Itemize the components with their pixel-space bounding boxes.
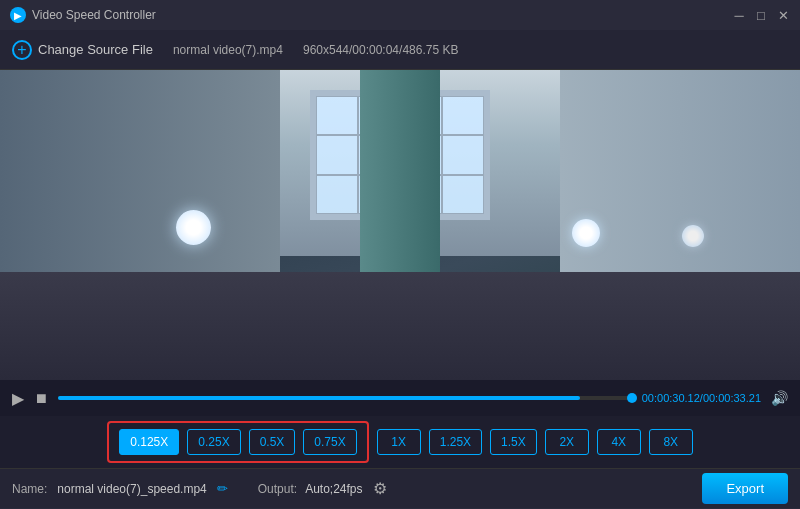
file-name: normal video(7).mp4	[173, 43, 283, 57]
add-icon: +	[12, 40, 32, 60]
file-info: 960x544/00:00:04/486.75 KB	[303, 43, 458, 57]
change-source-button[interactable]: + Change Source File	[12, 40, 153, 60]
edit-name-icon[interactable]: ✏	[217, 481, 228, 496]
progress-bar[interactable]	[58, 396, 632, 400]
output-value: Auto;24fps	[305, 482, 362, 496]
change-source-label: Change Source File	[38, 42, 153, 57]
speed-button-0125x[interactable]: 0.125X	[119, 429, 179, 455]
close-button[interactable]: ✕	[776, 8, 790, 22]
right-wall	[560, 70, 800, 303]
volume-icon[interactable]: 🔊	[771, 390, 788, 406]
speed-controls-area: 0.125X 0.25X 0.5X 0.75X 1X 1.25X 1.5X 2X…	[0, 416, 800, 468]
video-preview-area	[0, 70, 800, 380]
speed-button-05x[interactable]: 0.5X	[249, 429, 296, 455]
video-frame	[0, 70, 800, 380]
speed-button-4x[interactable]: 4X	[597, 429, 641, 455]
app-title: Video Speed Controller	[32, 8, 156, 22]
settings-icon[interactable]: ⚙	[371, 480, 389, 498]
output-label: Output:	[258, 482, 297, 496]
speed-button-025x[interactable]: 0.25X	[187, 429, 240, 455]
output-section: Output: Auto;24fps ⚙	[258, 480, 389, 498]
ceiling-light-2	[572, 219, 600, 247]
file-output-name: normal video(7)_speed.mp4	[57, 482, 206, 496]
floor-area	[0, 272, 800, 381]
speed-button-15x[interactable]: 1.5X	[490, 429, 537, 455]
maximize-button[interactable]: □	[754, 8, 768, 22]
speed-button-075x[interactable]: 0.75X	[303, 429, 356, 455]
ceiling-light-3	[682, 225, 704, 247]
stop-button[interactable]: ⏹	[34, 390, 48, 406]
minimize-button[interactable]: ─	[732, 8, 746, 22]
speed-controls-inner: 0.125X 0.25X 0.5X 0.75X	[107, 421, 368, 463]
progress-thumb	[627, 393, 637, 403]
left-wall	[0, 70, 280, 303]
toolbar: + Change Source File normal video(7).mp4…	[0, 30, 800, 70]
progress-fill	[58, 396, 580, 400]
time-display: 00:00:30.12/00:00:33.21	[642, 392, 761, 404]
export-button[interactable]: Export	[702, 473, 788, 504]
bottom-bar: Name: normal video(7)_speed.mp4 ✏ Output…	[0, 468, 800, 508]
window-controls: ─ □ ✕	[732, 8, 790, 22]
play-button[interactable]: ▶	[12, 389, 24, 408]
speed-button-2x[interactable]: 2X	[545, 429, 589, 455]
speed-button-125x[interactable]: 1.25X	[429, 429, 482, 455]
app-icon: ▶	[10, 7, 26, 23]
speed-button-1x[interactable]: 1X	[377, 429, 421, 455]
title-bar: ▶ Video Speed Controller ─ □ ✕	[0, 0, 800, 30]
player-controls: ▶ ⏹ 00:00:30.12/00:00:33.21 🔊	[0, 380, 800, 416]
speed-button-8x[interactable]: 8X	[649, 429, 693, 455]
name-label: Name:	[12, 482, 47, 496]
ceiling-light-1	[176, 210, 211, 245]
